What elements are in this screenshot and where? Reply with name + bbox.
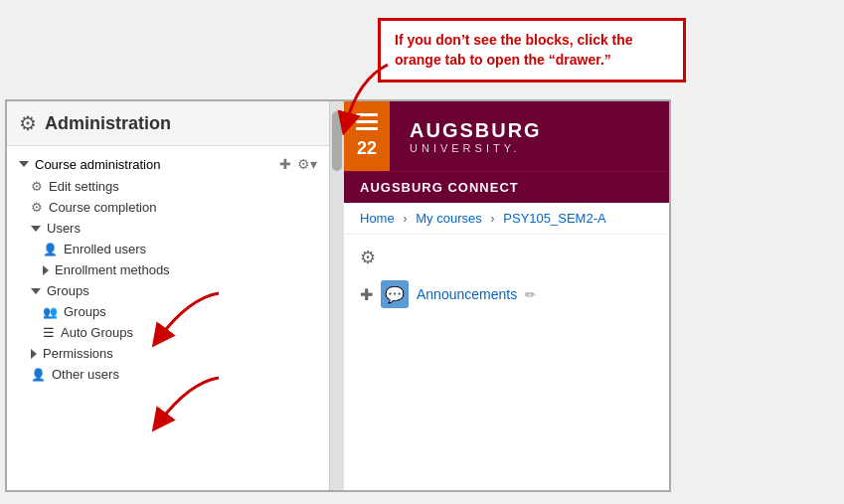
sidebar: ⚙ Administration Course administration ✚… (7, 101, 330, 490)
announcements-link[interactable]: Announcements (417, 286, 517, 302)
enrolled-users-item[interactable]: Enrolled users (7, 239, 329, 259)
breadcrumb-my-courses[interactable]: My courses (416, 211, 481, 226)
course-completion-item[interactable]: Course completion (7, 197, 329, 218)
groups-sub-label: Groups (64, 304, 106, 319)
enrollment-methods-item[interactable]: Enrollment methods (7, 259, 329, 280)
groups-section[interactable]: Groups (7, 280, 329, 301)
users-label: Users (47, 221, 81, 236)
auto-groups-item[interactable]: ☰ Auto Groups (7, 322, 329, 343)
orange-drawer-tab[interactable]: 22 (344, 101, 390, 171)
sidebar-header: ⚙ Administration (7, 101, 329, 146)
breadcrumb-sep-1: › (403, 211, 411, 226)
main-container: ⚙ Administration Course administration ✚… (5, 99, 671, 492)
university-logo: AUGSBURG UNIVERSITY. (410, 119, 542, 154)
enrolled-users-label: Enrolled users (64, 242, 146, 256)
permissions-label: Permissions (43, 346, 113, 361)
connect-label: AUGSBURG CONNECT (360, 180, 519, 195)
breadcrumb: Home › My courses › PSY105_SEM2-A (344, 203, 669, 235)
other-users-label: Other users (52, 367, 119, 382)
breadcrumb-course[interactable]: PSY105_SEM2-A (503, 211, 605, 226)
add-icon[interactable]: ✚ (279, 156, 291, 172)
scrollbar-thumb[interactable] (332, 111, 342, 171)
breadcrumb-home[interactable]: Home (360, 211, 395, 226)
sidebar-title: Administration (45, 113, 171, 134)
enrolled-users-icon (43, 242, 58, 256)
course-completion-icon (31, 200, 43, 215)
add-block-icon[interactable]: ✚ (360, 285, 373, 304)
university-header: 22 AUGSBURG UNIVERSITY. (344, 101, 669, 171)
edit-settings-item[interactable]: Edit settings (7, 176, 329, 197)
expand-permissions-icon (31, 349, 37, 359)
university-name-bottom: UNIVERSITY. (410, 142, 542, 154)
users-section[interactable]: Users (7, 218, 329, 239)
collapse-course-admin-icon (19, 161, 29, 167)
hamburger-line-1 (356, 113, 378, 116)
settings-icon[interactable]: ⚙▾ (297, 156, 317, 172)
edit-settings-icon (31, 179, 43, 194)
announcement-row: ✚ Announcements ✏ (360, 280, 653, 308)
scrollbar[interactable] (330, 101, 344, 490)
course-admin-row[interactable]: Course administration ✚ ⚙▾ (7, 152, 329, 176)
course-admin-label: Course administration (35, 157, 160, 172)
enrollment-methods-label: Enrollment methods (55, 262, 170, 277)
hamburger-line-2 (356, 120, 378, 123)
edit-announcement-icon[interactable]: ✏ (525, 287, 536, 302)
collapse-users-icon (31, 226, 41, 232)
breadcrumb-sep-2: › (490, 211, 498, 226)
content-body: ⚙ ✚ Announcements ✏ (344, 235, 669, 490)
connect-bar: AUGSBURG CONNECT (344, 171, 669, 203)
other-users-icon (31, 367, 46, 382)
content-area: 22 AUGSBURG UNIVERSITY. AUGSBURG CONNECT… (344, 101, 669, 490)
expand-enrollment-icon (43, 265, 49, 275)
groups-label: Groups (47, 283, 89, 298)
edit-settings-label: Edit settings (49, 179, 119, 194)
admin-gear-icon: ⚙ (19, 111, 37, 135)
permissions-item[interactable]: Permissions (7, 343, 329, 364)
settings-gear-icon[interactable]: ⚙ (360, 247, 653, 268)
groups-sub-item[interactable]: Groups (7, 301, 329, 322)
callout-text: If you don’t see the blocks, click the o… (395, 32, 633, 68)
course-completion-label: Course completion (49, 200, 156, 215)
groups-sub-icon (43, 304, 58, 319)
sidebar-content: Course administration ✚ ⚙▾ Edit settings… (7, 146, 329, 391)
auto-groups-icon: ☰ (43, 325, 55, 340)
forum-icon (381, 280, 409, 308)
auto-groups-label: Auto Groups (61, 325, 133, 340)
notification-badge: 22 (357, 138, 377, 159)
university-name-top: AUGSBURG (410, 119, 542, 142)
hamburger-line-3 (356, 127, 378, 130)
other-users-item[interactable]: Other users (7, 364, 329, 385)
callout-box: If you don’t see the blocks, click the o… (378, 18, 686, 83)
collapse-groups-icon (31, 288, 41, 294)
